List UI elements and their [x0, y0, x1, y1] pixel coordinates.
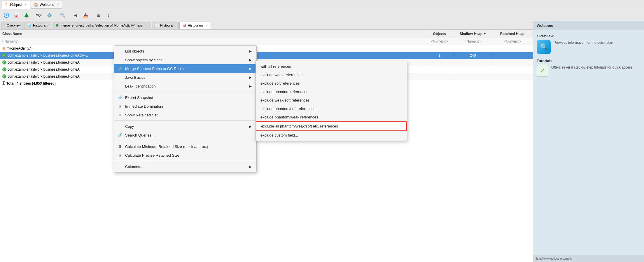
leak-identification-item[interactable]: Leak Identification ▶	[114, 82, 256, 90]
menu-sep2	[114, 120, 256, 121]
filter-class[interactable]: <Numeric>	[0, 39, 425, 44]
exclude-soft-label: exclude soft references	[260, 81, 300, 85]
exclude-soft-item[interactable]: exclude soft references	[256, 79, 407, 88]
search-queries-label: Search Queries...	[125, 133, 252, 137]
filter-shallow[interactable]: <Numeric>	[454, 39, 492, 44]
java-basics-icon	[118, 75, 123, 80]
histogram-subtab-3[interactable]: 📊 Histogram ✕	[179, 22, 211, 29]
sql-button[interactable]: SQL	[35, 11, 43, 19]
exclude-weak-soft-item[interactable]: exclude weak/soft references	[256, 96, 407, 104]
total-label: Total: 4 entries (4,853 filtered)	[6, 81, 56, 85]
columns-item[interactable]: Columns... ▶	[114, 162, 256, 171]
move-button[interactable]: ↕	[104, 11, 113, 19]
histogram1-icon: 📊	[28, 23, 32, 27]
main-panel: ℹ Overview 📊 Histogram 🌲 merge_shortest_…	[0, 21, 533, 262]
sort-icon: ▼	[484, 32, 486, 35]
exclude-phantom-weak-label: exclude phantom/weak references	[260, 115, 318, 119]
calc-min-label: Calculate Minimum Retained Size (quick a…	[125, 144, 252, 149]
grid-button[interactable]: ⊞	[94, 11, 103, 19]
table-header: Class Name Objects Shallow Heap ▼ Retain…	[0, 30, 533, 38]
show-retained-label: Show Retained Set	[125, 113, 252, 117]
toolbar: i 📊 🌲 SQL ⚙️ 🔍 ◀ 📤 ⊞ ↕	[0, 9, 644, 21]
histogram2-label: Histogram	[160, 24, 175, 27]
th-retained-heap[interactable]: Retained Heap	[492, 31, 533, 37]
export-snapshot-label: Export Snapshot	[125, 95, 252, 100]
submenu-arrow2: ▶	[249, 58, 252, 62]
settings-button[interactable]: ⚙️	[45, 11, 53, 19]
filter-objects[interactable]: <Numeric>	[425, 39, 454, 44]
copy-item[interactable]: Copy ▶	[114, 122, 256, 131]
chart-button[interactable]: 📊	[12, 11, 20, 19]
submenu-arrow: ▶	[249, 50, 252, 53]
class-type-icon: C	[2, 60, 6, 64]
th-shallow-heap[interactable]: Shallow Heap ▼	[454, 31, 492, 37]
objects-cell	[425, 62, 454, 63]
submenu-arrow4: ▶	[249, 76, 252, 79]
hprof-tab-label: 16.hprof	[9, 3, 22, 7]
shallow-cell	[454, 76, 492, 77]
retained-cell	[492, 48, 533, 49]
welcome-tab[interactable]: 🏠 Welcome ✕	[31, 1, 62, 9]
java-basics-label: Java Basics	[125, 75, 249, 80]
tree-button[interactable]: 🌲	[22, 11, 30, 19]
histogram-subtab-2[interactable]: 📊 Histogram	[152, 22, 178, 29]
search-icon: 🔍	[60, 13, 65, 18]
calc-precise-retained-item[interactable]: ⊞ Calculate Precise Retained Size	[114, 151, 256, 160]
exclude-phantom-soft-item[interactable]: exclude phantom/soft references	[256, 104, 407, 113]
total-shallow	[454, 83, 492, 84]
export-snap-icon: 🔗	[118, 95, 123, 100]
search-button[interactable]: 🔍	[58, 11, 66, 19]
exclude-custom-label: exclude custom field...	[260, 133, 298, 137]
exclude-all-phantom-item[interactable]: exclude all phantom/weak/soft etc. refer…	[256, 121, 407, 131]
shallow-cell	[454, 48, 492, 49]
export-button[interactable]: 📤	[81, 11, 90, 19]
class-type-icon: C	[2, 53, 6, 57]
class-label: com.example.fastwork.business.home.HomeA	[8, 60, 80, 64]
hprof-tab-close[interactable]: ✕	[24, 3, 27, 6]
immediate-dom-label: Immediate Dominators	[125, 104, 252, 109]
content-area: ℹ Overview 📊 Histogram 🌲 merge_shortest_…	[0, 21, 644, 262]
class-label: com.example.fastwork.business.home.HomeA	[8, 74, 80, 78]
tree-expand-icon: ⊞	[2, 46, 5, 50]
history-back-button[interactable]: ◀	[71, 11, 80, 19]
with-all-refs-item[interactable]: with all references	[256, 62, 407, 71]
total-retained	[492, 83, 533, 84]
export-snapshot-item[interactable]: 🔗 Export Snapshot	[114, 93, 256, 102]
table-row[interactable]: C com.example.fastwork.business.home.Hom…	[0, 52, 533, 59]
merge-gc-icon: 🔗	[118, 66, 123, 71]
exclude-all-phantom-label: exclude all phantom/weak/soft etc. refer…	[261, 124, 338, 128]
th-objects[interactable]: Objects	[425, 31, 454, 37]
sigma-icon: Σ	[2, 81, 5, 86]
histogram3-close[interactable]: ✕	[205, 24, 208, 27]
exclude-phantom-weak-item[interactable]: exclude phantom/weak references	[256, 113, 407, 121]
exclude-custom-field-item[interactable]: exclude custom field...	[256, 131, 407, 139]
sql-icon: SQL	[36, 13, 43, 17]
search-queries-item[interactable]: 🔗 Search Queries...	[114, 131, 256, 139]
table-row[interactable]: ⊞ .*HomeActivity.*	[0, 45, 533, 52]
sep3	[69, 12, 69, 18]
overview-subtab[interactable]: ℹ Overview	[1, 22, 24, 29]
java-basics-item[interactable]: Java Basics ▶	[114, 73, 256, 82]
immediate-dominators-item[interactable]: ⊞ Immediate Dominators	[114, 102, 256, 111]
list-objects-item[interactable]: List objects ▶	[114, 47, 256, 55]
exclude-phantom-label: exclude phantom references	[260, 90, 308, 94]
show-objects-by-class-item[interactable]: Show objects by class ▶	[114, 55, 256, 64]
calc-min-retained-item[interactable]: ⊞ Calculate Minimum Retained Size (quick…	[114, 142, 256, 151]
submenu-arrow7: ▶	[249, 165, 252, 168]
merge-subtab[interactable]: 🌲 merge_shortest_paths [selection of 'Ho…	[52, 22, 151, 29]
hprof-tab[interactable]: 🗄 16.hprof ✕	[1, 1, 30, 9]
filter-retained[interactable]: <Numeric>	[492, 39, 533, 44]
exclude-phantom-item[interactable]: exclude phantom references	[256, 88, 407, 96]
info-button[interactable]: i	[2, 11, 10, 19]
retained-cell	[492, 69, 533, 70]
overview-right-section: Overview 🔍 Provides information for the …	[537, 34, 640, 54]
welcome-tab-close[interactable]: ✕	[57, 3, 59, 6]
retained-cell	[492, 76, 533, 77]
show-retained-set-item[interactable]: ≡ Show Retained Set	[114, 111, 256, 119]
list-objects-label: List objects	[125, 49, 249, 53]
sep2	[56, 12, 56, 18]
exclude-weak-item[interactable]: exclude weak references	[256, 71, 407, 79]
calc-precise-label: Calculate Precise Retained Size	[125, 153, 252, 158]
merge-shortest-paths-item[interactable]: 🔗 Merge Shortest Paths to GC Roots ▶	[114, 64, 256, 73]
histogram-subtab-1[interactable]: 📊 Histogram	[24, 22, 51, 29]
